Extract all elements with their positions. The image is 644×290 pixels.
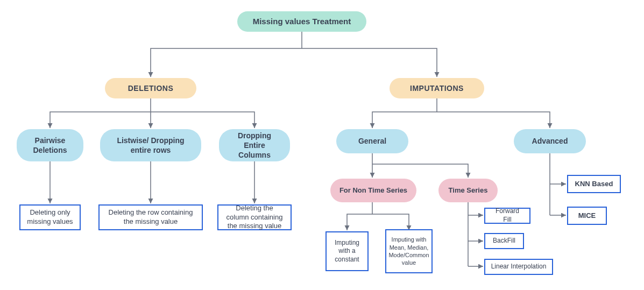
leaf-mice: MICE [567,207,607,225]
node-imputations: IMPUTATIONS [390,78,484,98]
node-ts: Time Series [438,179,498,202]
node-root: Missing values Treatment [237,11,366,32]
leaf-ff: Forward Fill [484,208,530,224]
node-dropcol: Dropping Entire Columns [219,129,290,161]
leaf-const: Imputing with a constant [325,231,369,271]
leaf-knn: KNN Based [567,175,621,193]
leaf-list-desc: Deleting the row containing the missing … [98,204,203,230]
leaf-drop-desc: Deleting the column containing the missi… [217,204,292,230]
leaf-mmm: Imputing with Mean, Median, Mode/Common … [385,229,433,273]
leaf-bf: BackFill [484,233,524,249]
node-listwise: Listwise/ Dropping entire rows [100,129,201,161]
node-pairwise: Pairwise Deletions [17,129,83,161]
node-nonts: For Non Time Series [330,179,416,202]
node-general: General [336,129,408,153]
node-advanced: Advanced [514,129,586,153]
node-deletions: DELETIONS [105,78,196,98]
leaf-pair-desc: Deleting only missing values [19,204,81,230]
leaf-li: Linear Interpolation [484,259,553,275]
